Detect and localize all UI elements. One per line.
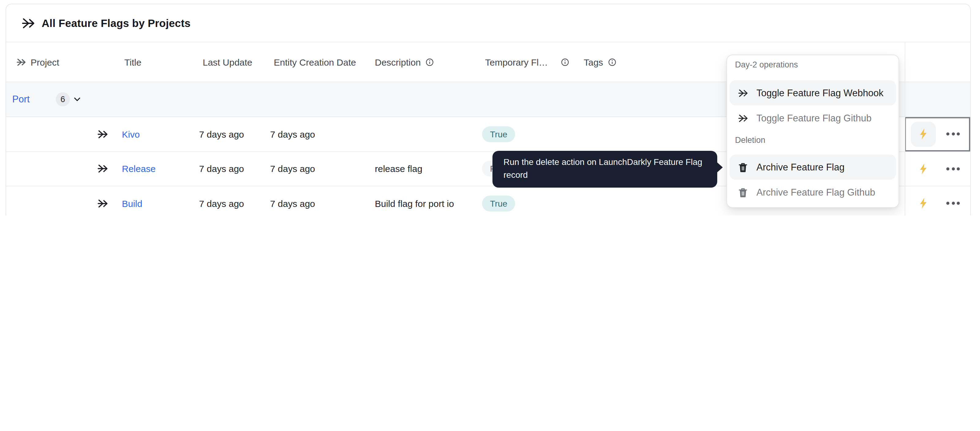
temporary-flag-badge: True — [482, 126, 515, 142]
action-tooltip: Run the delete action on LaunchDarkly Fe… — [492, 151, 717, 188]
entity-creation-date-cell: 7 days ago — [270, 164, 315, 174]
info-icon[interactable] — [607, 57, 616, 67]
menu-item-toggle-feature-flag-webhook[interactable]: Toggle Feature Flag Webhook — [730, 80, 896, 105]
group-link-port[interactable]: Port — [12, 94, 30, 105]
column-header-description[interactable]: Description — [375, 42, 434, 81]
entity-title-link[interactable]: Build — [122, 198, 142, 209]
column-header-last-update[interactable]: Last Update — [203, 42, 252, 81]
menu-item-label: Archive Feature Flag — [756, 161, 845, 172]
run-action-bolt-icon[interactable] — [911, 191, 936, 216]
menu-item-label: Archive Feature Flag Github — [756, 187, 875, 198]
description-cell: Build flag for port io — [375, 198, 454, 209]
column-header-tags-label: Tags — [584, 57, 603, 67]
app-root: All Feature Flags by Projects Project Ti… — [0, 0, 980, 216]
row-menu-button[interactable] — [944, 128, 962, 140]
actions-column-divider — [905, 42, 905, 216]
entity-creation-date-cell: 7 days ago — [270, 198, 315, 209]
temporary-flag-badge: True — [482, 196, 515, 212]
group-count-badge: 6 — [56, 92, 70, 106]
menu-section-label: Day-2 operations — [735, 60, 798, 69]
menu-item-archive-feature-flag[interactable]: Archive Feature Flag — [730, 155, 896, 180]
chevron-down-icon[interactable] — [73, 95, 81, 104]
entity-arrow-icon — [97, 163, 108, 175]
menu-item-label: Toggle Feature Flag Webhook — [756, 87, 883, 98]
project-arrow-icon — [16, 57, 26, 67]
entity-arrow-icon — [97, 128, 108, 140]
column-header-description-label: Description — [375, 57, 421, 67]
actions-dropdown-menu: Day-2 operations Toggle Feature Flag Web… — [726, 54, 899, 208]
run-action-bolt-icon[interactable] — [911, 156, 936, 182]
entity-arrow-icon — [97, 198, 108, 209]
trash-icon — [737, 161, 748, 172]
column-header-temporary-flag-label: Temporary Fl… — [485, 57, 548, 67]
last-update-cell: 7 days ago — [199, 129, 244, 139]
menu-item-label: Toggle Feature Flag Github — [756, 113, 872, 124]
row-actions-cell — [905, 152, 970, 186]
trash-icon — [737, 187, 748, 198]
column-header-temporary-flag[interactable]: Temporary Fl… — [485, 42, 569, 81]
tooltip-text: Run the delete action on LaunchDarkly Fe… — [503, 157, 702, 180]
entity-title-link[interactable]: Kivo — [122, 129, 140, 139]
widget-titlebar: All Feature Flags by Projects — [6, 4, 970, 42]
arrow-icon — [737, 87, 748, 98]
row-actions-cell — [905, 117, 970, 151]
description-cell: release flag — [375, 164, 422, 174]
tooltip-pointer — [717, 163, 723, 172]
last-update-cell: 7 days ago — [199, 198, 244, 209]
page-title: All Feature Flags by Projects — [41, 17, 191, 30]
column-header-title[interactable]: Title — [124, 42, 142, 81]
menu-item-archive-feature-flag-github[interactable]: Archive Feature Flag Github — [730, 182, 896, 204]
entity-arrow-icon — [21, 16, 35, 31]
menu-item-toggle-feature-flag-github[interactable]: Toggle Feature Flag Github — [730, 107, 896, 130]
entity-title-link[interactable]: Release — [122, 164, 156, 174]
arrow-icon — [737, 113, 748, 124]
row-menu-button[interactable] — [944, 197, 962, 210]
entity-creation-date-cell: 7 days ago — [270, 129, 315, 139]
column-header-tags[interactable]: Tags — [584, 42, 616, 81]
column-header-entity-creation-date[interactable]: Entity Creation Date — [274, 42, 356, 81]
last-update-cell: 7 days ago — [199, 164, 244, 174]
run-action-bolt-icon[interactable] — [911, 122, 936, 147]
menu-section-label: Deletion — [735, 136, 765, 145]
row-menu-button[interactable] — [944, 163, 962, 175]
info-icon[interactable] — [560, 57, 569, 67]
row-actions-cell — [905, 187, 970, 216]
info-icon[interactable] — [425, 57, 434, 67]
column-header-project[interactable]: Project — [30, 42, 59, 81]
